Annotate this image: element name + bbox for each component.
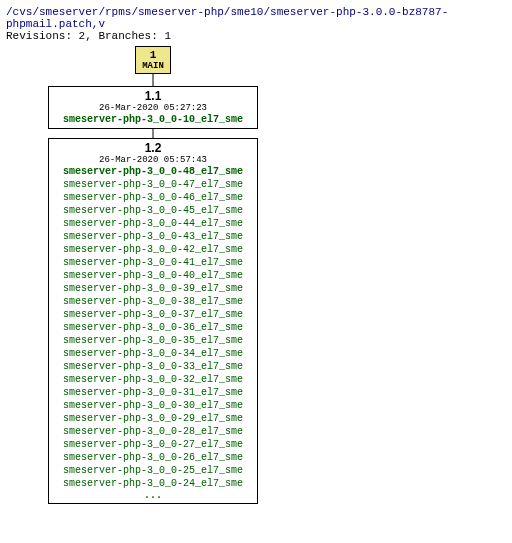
revision-tag: smeserver-php-3_0_0-48_el7_sme [53, 165, 253, 178]
revision-tag: smeserver-php-3_0_0-34_el7_sme [53, 347, 253, 360]
revision-number: 1.1 [53, 89, 253, 103]
revision-tag: smeserver-php-3_0_0-44_el7_sme [53, 217, 253, 230]
revision-tag: smeserver-php-3_0_0-46_el7_sme [53, 191, 253, 204]
revision-date: 26-Mar-2020 05:57:43 [53, 155, 253, 165]
revision-tag: smeserver-php-3_0_0-24_el7_sme [53, 477, 253, 490]
file-path: /cvs/smeserver/rpms/smeserver-php/sme10/… [6, 6, 512, 30]
revision-tag: smeserver-php-3_0_0-26_el7_sme [53, 451, 253, 464]
revision-tag: smeserver-php-3_0_0-39_el7_sme [53, 282, 253, 295]
revisions-line: Revisions: 2, Branches: 1 [6, 30, 512, 42]
revision-tag: smeserver-php-3_0_0-25_el7_sme [53, 464, 253, 477]
revision-tags-list: smeserver-php-3_0_0-48_el7_smesmeserver-… [53, 165, 253, 490]
branch-num: 1 [140, 49, 166, 61]
revision-tag: smeserver-php-3_0_0-33_el7_sme [53, 360, 253, 373]
revision-tag: smeserver-php-3_0_0-38_el7_sme [53, 295, 253, 308]
revision-tag: smeserver-php-3_0_0-41_el7_sme [53, 256, 253, 269]
revision-tag: smeserver-php-3_0_0-29_el7_sme [53, 412, 253, 425]
revision-tag: smeserver-php-3_0_0-36_el7_sme [53, 321, 253, 334]
revision-tag: smeserver-php-3_0_0-32_el7_sme [53, 373, 253, 386]
revision-tag: smeserver-php-3_0_0-31_el7_sme [53, 386, 253, 399]
revision-node-1-2[interactable]: 1.2 26-Mar-2020 05:57:43 smeserver-php-3… [48, 138, 258, 504]
revision-tag: smeserver-php-3_0_0-40_el7_sme [53, 269, 253, 282]
ellipsis-icon: ... [53, 490, 253, 501]
revision-tag: smeserver-php-3_0_0-43_el7_sme [53, 230, 253, 243]
branch-node-main[interactable]: 1 MAIN [135, 46, 171, 74]
revision-tag: smeserver-php-3_0_0-47_el7_sme [53, 178, 253, 191]
revision-tag: smeserver-php-3_0_0-28_el7_sme [53, 425, 253, 438]
revision-tag: smeserver-php-3_0_0-35_el7_sme [53, 334, 253, 347]
revision-graph: 1 MAIN 1.1 26-Mar-2020 05:27:23 smeserve… [4, 46, 508, 543]
revision-tag: smeserver-php-3_0_0-45_el7_sme [53, 204, 253, 217]
revision-tag: smeserver-php-3_0_0-30_el7_sme [53, 399, 253, 412]
revision-tag: smeserver-php-3_0_0-27_el7_sme [53, 438, 253, 451]
revision-tag: smeserver-php-3_0_0-42_el7_sme [53, 243, 253, 256]
revision-number: 1.2 [53, 141, 253, 155]
branch-label: MAIN [140, 61, 166, 71]
revision-tag: smeserver-php-3_0_0-37_el7_sme [53, 308, 253, 321]
revision-node-1-1[interactable]: 1.1 26-Mar-2020 05:27:23 smeserver-php-3… [48, 86, 258, 129]
revision-tag: smeserver-php-3_0_0-10_el7_sme [53, 113, 253, 126]
revision-date: 26-Mar-2020 05:27:23 [53, 103, 253, 113]
